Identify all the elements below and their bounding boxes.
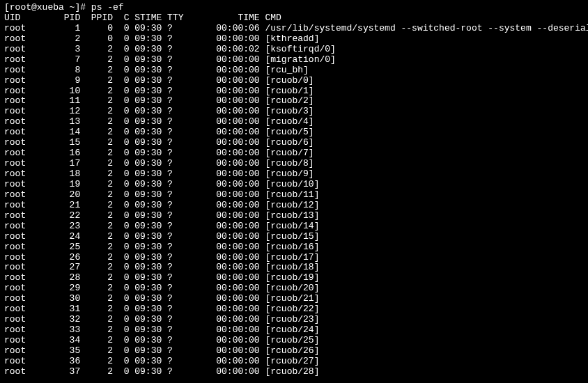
process-row: root 27 2 0 09:30 ? 00:00:00 [rcuob/18] <box>4 263 584 273</box>
process-row: root 13 2 0 09:30 ? 00:00:00 [rcuob/4] <box>4 117 584 127</box>
process-list: root 1 0 0 09:30 ? 00:00:06 /usr/lib/sys… <box>4 24 584 377</box>
shell-prompt-line: [root@xueba ~]# ps -ef <box>4 3 584 13</box>
process-row: root 23 2 0 09:30 ? 00:00:00 [rcuob/14] <box>4 221 584 232</box>
process-row: root 7 2 0 09:30 ? 00:00:00 [migration/0… <box>4 55 584 65</box>
process-row: root 18 2 0 09:30 ? 00:00:00 [rcuob/9] <box>4 169 584 180</box>
process-row: root 19 2 0 09:30 ? 00:00:00 [rcuob/10] <box>4 180 584 190</box>
process-row: root 2 0 0 09:30 ? 00:00:00 [kthreadd] <box>4 34 584 45</box>
process-row: root 28 2 0 09:30 ? 00:00:00 [rcuob/19] <box>4 273 584 283</box>
process-row: root 25 2 0 09:30 ? 00:00:00 [rcuob/16] <box>4 242 584 253</box>
process-row: root 29 2 0 09:30 ? 00:00:00 [rcuob/20] <box>4 283 584 294</box>
process-row: root 10 2 0 09:30 ? 00:00:00 [rcuob/1] <box>4 86 584 97</box>
process-row: root 3 2 0 09:30 ? 00:00:02 [ksoftirqd/0… <box>4 45 584 55</box>
process-row: root 36 2 0 09:30 ? 00:00:00 [rcuob/27] <box>4 357 584 367</box>
process-row: root 21 2 0 09:30 ? 00:00:00 [rcuob/12] <box>4 201 584 211</box>
terminal-output: [root@xueba ~]# ps -ef UID PID PPID C ST… <box>4 3 584 377</box>
process-row: root 31 2 0 09:30 ? 00:00:00 [rcuob/22] <box>4 304 584 315</box>
shell-prompt: [root@xueba ~]# <box>4 2 91 13</box>
process-row: root 12 2 0 09:30 ? 00:00:00 [rcuob/3] <box>4 107 584 117</box>
command-text: ps -ef <box>91 2 124 13</box>
process-row: root 9 2 0 09:30 ? 00:00:00 [rcuob/0] <box>4 76 584 86</box>
process-row: root 34 2 0 09:30 ? 00:00:00 [rcuob/25] <box>4 336 584 346</box>
process-row: root 16 2 0 09:30 ? 00:00:00 [rcuob/7] <box>4 148 584 159</box>
process-row: root 35 2 0 09:30 ? 00:00:00 [rcuob/26] <box>4 346 584 357</box>
process-row: root 11 2 0 09:30 ? 00:00:00 [rcuob/2] <box>4 96 584 107</box>
process-row: root 32 2 0 09:30 ? 00:00:00 [rcuob/23] <box>4 315 584 325</box>
process-row: root 30 2 0 09:30 ? 00:00:00 [rcuob/21] <box>4 294 584 304</box>
process-row: root 1 0 0 09:30 ? 00:00:06 /usr/lib/sys… <box>4 24 584 34</box>
process-row: root 37 2 0 09:30 ? 00:00:00 [rcuob/28] <box>4 367 584 377</box>
process-row: root 22 2 0 09:30 ? 00:00:00 [rcuob/13] <box>4 211 584 221</box>
ps-header-row: UID PID PPID C STIME TTY TIME CMD <box>4 13 584 24</box>
process-row: root 15 2 0 09:30 ? 00:00:00 [rcuob/6] <box>4 138 584 148</box>
process-row: root 14 2 0 09:30 ? 00:00:00 [rcuob/5] <box>4 127 584 138</box>
process-row: root 20 2 0 09:30 ? 00:00:00 [rcuob/11] <box>4 190 584 201</box>
process-row: root 24 2 0 09:30 ? 00:00:00 [rcuob/15] <box>4 232 584 242</box>
process-row: root 17 2 0 09:30 ? 00:00:00 [rcuob/8] <box>4 159 584 169</box>
process-row: root 33 2 0 09:30 ? 00:00:00 [rcuob/24] <box>4 325 584 336</box>
process-row: root 26 2 0 09:30 ? 00:00:00 [rcuob/17] <box>4 253 584 263</box>
process-row: root 8 2 0 09:30 ? 00:00:00 [rcu_bh] <box>4 65 584 76</box>
